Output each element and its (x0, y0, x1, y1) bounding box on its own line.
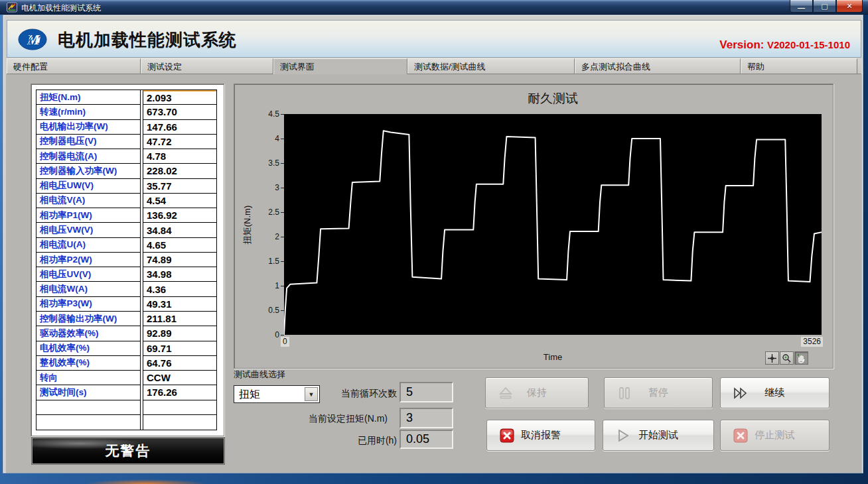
faded-red-x-icon (733, 428, 749, 444)
param-label: 整机效率(%) (36, 356, 141, 371)
minimize-button[interactable]: — (790, 0, 813, 13)
param-value[interactable]: 228.02 (143, 164, 216, 178)
param-label: 相功率P1(W) (36, 208, 141, 223)
company-logo-icon: M (18, 29, 47, 53)
button-label: 取消报警 (521, 429, 561, 442)
tab-5[interactable]: 多点测试拟合曲线 (575, 58, 741, 74)
tab-6[interactable]: 帮助 (741, 58, 857, 74)
param-value[interactable]: 74.89 (143, 253, 216, 267)
start-test-button[interactable]: 开始测试 (603, 420, 714, 451)
curve-select-value: 扭矩 (239, 388, 260, 402)
param-value[interactable] (143, 415, 216, 430)
param-value[interactable]: 34.84 (143, 223, 216, 237)
curve-select-dropdown[interactable]: 扭矩 ▼ (234, 385, 320, 403)
set-torque-label: 当前设定扭矩(N.m) (309, 413, 388, 425)
param-label: 电机输出功率(W) (36, 120, 141, 135)
pause-button[interactable]: 暂停 (604, 377, 713, 408)
y-tick-label: 0 (251, 330, 284, 340)
param-value[interactable]: 64.76 (143, 356, 216, 371)
param-value[interactable]: 4.36 (143, 282, 216, 296)
tab-4[interactable]: 测试数据/测试曲线 (407, 58, 575, 74)
param-value[interactable]: 4.65 (143, 238, 216, 253)
param-value[interactable]: 673.70 (143, 105, 216, 119)
param-value[interactable]: 211.81 (143, 312, 216, 326)
param-value[interactable]: 147.66 (143, 120, 216, 135)
button-label: 暂停 (648, 387, 668, 399)
table-row: 相电压UW(V)35.77 (36, 179, 216, 194)
table-row: 整机效率(%)64.76 (36, 356, 216, 371)
param-value[interactable] (143, 400, 216, 415)
param-label: 转速(r/min) (36, 105, 141, 119)
y-tick-label: 2.5 (251, 207, 284, 217)
param-value[interactable]: 4.54 (143, 194, 216, 208)
stop-test-button[interactable]: 停止测试 (720, 420, 830, 451)
hold-button[interactable]: 保持 (485, 377, 589, 408)
chart-plot-area[interactable] (284, 114, 822, 335)
param-value[interactable]: 47.72 (143, 135, 216, 149)
table-row: 控制器输入功率(W)228.02 (36, 164, 216, 178)
param-value[interactable]: 176.26 (143, 385, 216, 400)
continue-button[interactable]: 继续 (720, 377, 830, 408)
param-label: 相电流U(A) (36, 238, 141, 253)
graph-tool-palette (764, 351, 808, 365)
table-row: 相电流V(A)4.54 (36, 194, 216, 208)
x-tick-label: 0 (281, 337, 289, 347)
labview-app-icon (7, 2, 17, 13)
table-row: 控制器输出功率(W)211.81 (36, 312, 216, 326)
param-value[interactable]: 34.98 (143, 267, 216, 282)
chart-y-ticks: 00.511.522.533.544.5 (251, 114, 284, 335)
app-header: M 电机加载性能测试系统 Version: V2020-01-15-1010 (7, 20, 861, 58)
y-tick-label: 1.5 (251, 256, 284, 267)
table-row (36, 415, 216, 430)
param-label: 控制器电压(V) (36, 135, 141, 149)
y-tick-label: 3 (251, 182, 284, 193)
x-tick-label: 3526 (801, 337, 823, 347)
param-label (36, 415, 141, 430)
table-row: 控制器电压(V)47.72 (36, 135, 216, 149)
torque-waveform (284, 114, 822, 335)
window-titlebar[interactable]: 电机加载性能测试系统 — ▢ ✕ (0, 0, 868, 15)
chart-x-axis-label: Time (284, 352, 822, 362)
measurement-table: 扭矩(N.m)2.093转速(r/min)673.70电机输出功率(W)147.… (36, 90, 217, 430)
param-value[interactable]: 2.093 (143, 90, 216, 105)
elapsed-time-value: 0.05 (399, 430, 453, 449)
param-value[interactable]: 69.71 (143, 341, 216, 356)
param-label: 相电流V(A) (36, 194, 141, 208)
tab-1[interactable]: 硬件配置 (7, 58, 141, 74)
crosshair-tool-button[interactable] (765, 351, 779, 365)
close-button[interactable]: ✕ (836, 0, 863, 13)
elapsed-time-label: 已用时(h) (358, 435, 397, 447)
param-value[interactable]: CCW (143, 371, 216, 385)
pan-tool-button[interactable] (794, 351, 808, 365)
param-label: 转向 (36, 371, 141, 385)
table-row (36, 400, 216, 415)
curve-select-label: 测试曲线选择 (234, 369, 285, 381)
param-value[interactable]: 92.89 (143, 326, 216, 341)
maximize-button[interactable]: ▢ (813, 0, 836, 13)
param-value[interactable]: 35.77 (143, 179, 216, 194)
table-row: 相电压UV(V)34.98 (36, 267, 216, 282)
cycle-count-label: 当前循环次数 (341, 388, 397, 400)
param-value[interactable]: 4.78 (143, 149, 216, 164)
button-label: 停止测试 (755, 429, 795, 442)
param-value[interactable]: 136.92 (143, 208, 216, 223)
red-x-icon (499, 428, 515, 444)
cancel-alarm-button[interactable]: 取消报警 (486, 420, 595, 451)
param-label: 控制器电流(A) (36, 149, 141, 164)
tab-2[interactable]: 测试设定 (141, 58, 273, 74)
warning-indicator: 无警告 (32, 438, 224, 464)
pause-icon (616, 385, 632, 401)
tab-3[interactable]: 测试界面 (273, 58, 407, 75)
window-controls: — ▢ ✕ (790, 0, 863, 13)
page-title: 电机加载性能测试系统 (58, 29, 237, 52)
param-label: 控制器输出功率(W) (36, 312, 141, 326)
zoom-tool-icon (782, 353, 792, 363)
param-value[interactable]: 49.31 (143, 297, 216, 312)
table-row: 扭矩(N.m)2.093 (36, 90, 216, 105)
y-tick-label: 2 (251, 231, 284, 242)
tab-bar: 硬件配置测试设定测试界面测试数据/测试曲线多点测试拟合曲线帮助 (7, 58, 861, 74)
chevron-down-icon[interactable]: ▼ (305, 387, 318, 401)
zoom-tool-button[interactable] (780, 351, 794, 365)
y-tick-label: 1 (251, 280, 284, 291)
window-title: 电机加载性能测试系统 (21, 3, 101, 14)
